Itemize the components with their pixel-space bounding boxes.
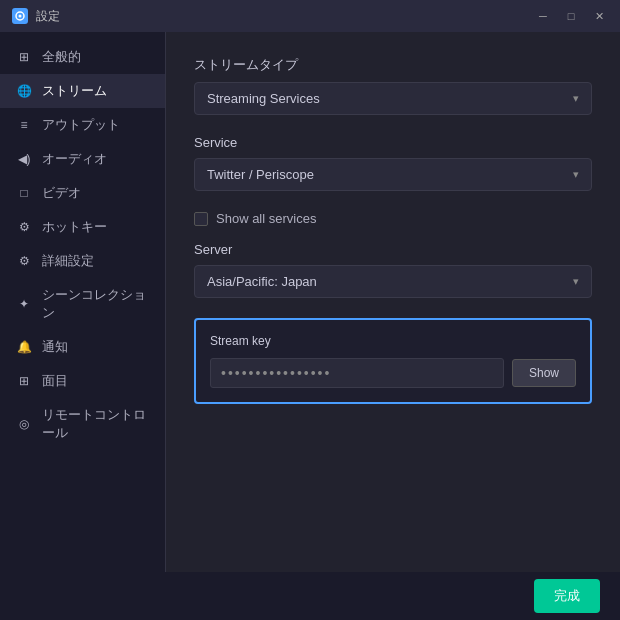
stream-key-label: Stream key	[210, 334, 576, 348]
appearance-icon: ⊞	[16, 373, 32, 389]
show-all-services-checkbox[interactable]	[194, 212, 208, 226]
sidebar-label-remote: リモートコントロール	[42, 406, 149, 442]
sidebar-label-stream: ストリーム	[42, 82, 107, 100]
footer: 完成	[0, 572, 620, 620]
sidebar-label-scene: シーンコレクション	[42, 286, 149, 322]
sidebar-item-hotkeys[interactable]: ⚙ ホットキー	[0, 210, 165, 244]
sidebar: ⊞ 全般的 🌐 ストリーム ≡ アウトプット ◀) オーディオ □ ビデオ ⚙ …	[0, 32, 165, 572]
sidebar-label-notification: 通知	[42, 338, 68, 356]
content-area: ⊞ 全般的 🌐 ストリーム ≡ アウトプット ◀) オーディオ □ ビデオ ⚙ …	[0, 32, 620, 572]
sidebar-label-output: アウトプット	[42, 116, 120, 134]
scene-icon: ✦	[16, 296, 32, 312]
show-all-services-row: Show all services	[194, 211, 592, 226]
server-arrow: ▾	[573, 275, 579, 288]
stream-icon: 🌐	[16, 83, 32, 99]
sidebar-item-video[interactable]: □ ビデオ	[0, 176, 165, 210]
sidebar-label-hotkeys: ホットキー	[42, 218, 107, 236]
stream-type-value: Streaming Services	[207, 91, 320, 106]
stream-key-input[interactable]	[210, 358, 504, 388]
sidebar-label-audio: オーディオ	[42, 150, 107, 168]
sidebar-item-general[interactable]: ⊞ 全般的	[0, 40, 165, 74]
service-dropdown[interactable]: Twitter / Periscope ▾	[194, 158, 592, 191]
remote-icon: ◎	[16, 416, 32, 432]
minimize-button[interactable]: ─	[530, 6, 556, 26]
window-controls: ─ □ ✕	[530, 6, 612, 26]
sidebar-item-scene-collection[interactable]: ✦ シーンコレクション	[0, 278, 165, 330]
sidebar-item-audio[interactable]: ◀) オーディオ	[0, 142, 165, 176]
settings-window: 設定 ─ □ ✕ ⊞ 全般的 🌐 ストリーム ≡ アウトプット ◀)	[0, 0, 620, 620]
sidebar-item-stream[interactable]: 🌐 ストリーム	[0, 74, 165, 108]
stream-type-dropdown[interactable]: Streaming Services ▾	[194, 82, 592, 115]
server-label: Server	[194, 242, 592, 257]
sidebar-item-advanced[interactable]: ⚙ 詳細設定	[0, 244, 165, 278]
notification-icon: 🔔	[16, 339, 32, 355]
audio-icon: ◀)	[16, 151, 32, 167]
server-value: Asia/Pacific: Japan	[207, 274, 317, 289]
sidebar-label-appearance: 面目	[42, 372, 68, 390]
sidebar-item-output[interactable]: ≡ アウトプット	[0, 108, 165, 142]
sidebar-label-video: ビデオ	[42, 184, 81, 202]
title-bar: 設定 ─ □ ✕	[0, 0, 620, 32]
show-all-services-label: Show all services	[216, 211, 316, 226]
show-stream-key-button[interactable]: Show	[512, 359, 576, 387]
sidebar-item-appearance[interactable]: ⊞ 面目	[0, 364, 165, 398]
video-icon: □	[16, 185, 32, 201]
sidebar-label-advanced: 詳細設定	[42, 252, 94, 270]
sidebar-item-notification[interactable]: 🔔 通知	[0, 330, 165, 364]
app-icon	[12, 8, 28, 24]
title-bar-left: 設定	[12, 8, 60, 25]
stream-key-section: Stream key Show	[194, 318, 592, 404]
finish-button[interactable]: 完成	[534, 579, 600, 613]
window-title: 設定	[36, 8, 60, 25]
hotkeys-icon: ⚙	[16, 219, 32, 235]
server-dropdown[interactable]: Asia/Pacific: Japan ▾	[194, 265, 592, 298]
service-value: Twitter / Periscope	[207, 167, 314, 182]
service-label: Service	[194, 135, 592, 150]
advanced-icon: ⚙	[16, 253, 32, 269]
stream-type-arrow: ▾	[573, 92, 579, 105]
main-content: ストリームタイプ Streaming Services ▾ Service Tw…	[166, 32, 620, 572]
sidebar-label-general: 全般的	[42, 48, 81, 66]
maximize-button[interactable]: □	[558, 6, 584, 26]
stream-type-label: ストリームタイプ	[194, 56, 592, 74]
output-icon: ≡	[16, 117, 32, 133]
stream-key-input-row: Show	[210, 358, 576, 388]
sidebar-item-remote[interactable]: ◎ リモートコントロール	[0, 398, 165, 450]
service-arrow: ▾	[573, 168, 579, 181]
close-button[interactable]: ✕	[586, 6, 612, 26]
svg-point-1	[19, 15, 22, 18]
general-icon: ⊞	[16, 49, 32, 65]
